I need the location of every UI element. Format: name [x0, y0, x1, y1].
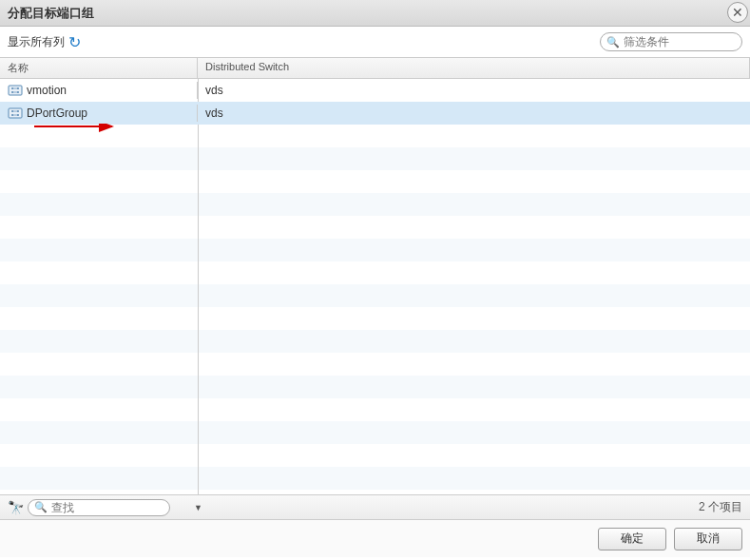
- portgroup-icon: [8, 106, 23, 120]
- search-icon: 🔍: [34, 501, 48, 513]
- empty-row: [0, 398, 750, 421]
- show-all-columns-label[interactable]: 显示所有列: [8, 34, 65, 50]
- close-button[interactable]: ✕: [727, 2, 748, 23]
- empty-row: [0, 284, 750, 307]
- row-name-label: vmotion: [27, 84, 67, 97]
- cell-name: DPortGroup: [0, 105, 198, 122]
- dialog-title: 分配目标端口组: [8, 5, 94, 22]
- svg-rect-7: [9, 108, 22, 118]
- refresh-icon[interactable]: ↻: [68, 33, 81, 51]
- column-divider[interactable]: [198, 79, 199, 494]
- empty-row: [0, 307, 750, 330]
- column-header-name[interactable]: 名称: [0, 58, 198, 78]
- binoculars-icon[interactable]: 🔭: [8, 500, 24, 515]
- empty-row: [0, 147, 750, 170]
- statusbar: 🔭 🔍 ▼ 2 个项目: [0, 494, 750, 519]
- portgroup-icon: [8, 84, 23, 97]
- row-name-label: DPortGroup: [27, 106, 87, 120]
- empty-row: [0, 421, 750, 444]
- empty-row: [0, 330, 750, 353]
- filter-input[interactable]: [624, 35, 750, 48]
- empty-row: [0, 239, 750, 261]
- table-row[interactable]: DPortGroupvds: [0, 102, 750, 125]
- empty-row: [0, 125, 750, 147]
- empty-row: [0, 216, 750, 239]
- chevron-down-icon[interactable]: ▼: [194, 503, 202, 512]
- table-body-container: vmotionvdsDPortGroupvds: [0, 79, 750, 494]
- row-stripes: [0, 125, 750, 494]
- empty-row: [0, 170, 750, 193]
- dialog-titlebar: 分配目标端口组 ✕: [0, 0, 750, 27]
- empty-row: [0, 376, 750, 398]
- dialog-footer: 确定 取消: [0, 519, 750, 557]
- empty-row: [0, 353, 750, 376]
- toolbar: 显示所有列 ↻ 🔍 ▼: [0, 27, 750, 57]
- toolbar-left: 显示所有列 ↻: [8, 33, 81, 51]
- table-row[interactable]: vmotionvds: [0, 79, 750, 102]
- table-rows: vmotionvdsDPortGroupvds: [0, 79, 750, 125]
- search-box[interactable]: 🔍 ▼: [28, 499, 170, 516]
- item-count: 2 个项目: [699, 499, 742, 515]
- empty-row: [0, 467, 750, 490]
- ok-button[interactable]: 确定: [598, 528, 666, 550]
- close-icon: ✕: [732, 5, 743, 20]
- filter-box[interactable]: 🔍 ▼: [600, 32, 742, 51]
- empty-row: [0, 490, 750, 494]
- table: 名称 Distributed Switch vmotionvdsDPortGro…: [0, 57, 750, 494]
- cancel-button[interactable]: 取消: [674, 528, 742, 550]
- empty-row: [0, 444, 750, 467]
- column-header-switch[interactable]: Distributed Switch: [198, 58, 750, 78]
- empty-row: [0, 261, 750, 284]
- cell-switch: vds: [198, 105, 750, 122]
- search-input[interactable]: [51, 501, 194, 514]
- search-icon: 🔍: [606, 36, 620, 48]
- statusbar-left: 🔭 🔍 ▼: [8, 499, 170, 516]
- svg-rect-0: [9, 86, 22, 95]
- empty-row: [0, 193, 750, 216]
- table-header: 名称 Distributed Switch: [0, 58, 750, 79]
- cell-switch: vds: [198, 82, 750, 99]
- cell-name: vmotion: [0, 82, 198, 99]
